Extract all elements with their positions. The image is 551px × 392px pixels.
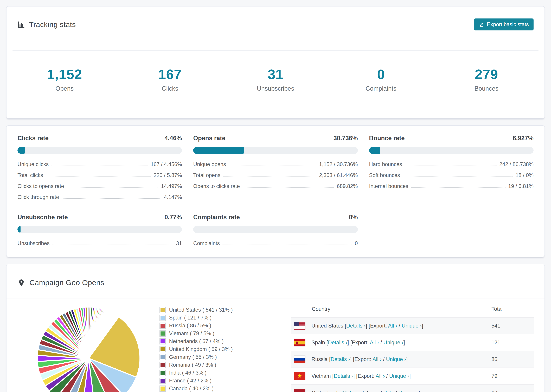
legend-item[interactable]: Romania ( 49 / 3% ) — [160, 361, 291, 369]
complaints-rate-title: Complaints rate — [193, 214, 240, 221]
rate-detail-value: 31 — [176, 240, 182, 246]
legend-label: United Kingdom ( 59 / 3% ) — [169, 346, 233, 352]
rate-detail-label: Clicks to opens rate — [17, 183, 64, 189]
page: Tracking stats Export basic stats 1,152 … — [0, 0, 551, 392]
legend-item[interactable]: Canada ( 40 / 2% ) — [160, 385, 291, 392]
legend-item[interactable]: Germany ( 55 / 3% ) — [160, 353, 291, 361]
legend-swatch-icon — [160, 315, 166, 321]
unsubscribes-label: Unsubscribes — [225, 85, 326, 92]
geo-table-row: Netherlands [Details ›] [Export: All › /… — [291, 384, 534, 392]
dotted-leader — [51, 166, 148, 166]
rate-detail-row: Hard bounces 242 / 86.738% — [369, 159, 534, 170]
geo-table-header: Country Total — [291, 301, 534, 317]
details-link[interactable]: Details › — [346, 323, 366, 329]
bounce-rate-title: Bounce rate — [369, 135, 405, 142]
unsubscribe-rate-progressbar — [17, 226, 182, 233]
export-all-link[interactable]: All › — [388, 323, 397, 329]
us-flag-icon — [294, 322, 305, 329]
export-unique-link[interactable]: Unique › — [383, 339, 403, 345]
country-total: 67 — [491, 390, 534, 392]
rate-detail-label: Hard bounces — [369, 161, 402, 168]
details-link[interactable]: Details › — [343, 390, 362, 392]
geo-table: Country Total United States [Details ›] … — [291, 298, 534, 392]
complaints-rate-panel: Complaints rate 0% Complaints 0 — [193, 214, 358, 249]
rate-detail-value: 14.497% — [161, 183, 182, 189]
clicks-rate-progressbar — [17, 147, 182, 154]
complaints-rate-progressbar — [193, 226, 358, 233]
total-column-header: Total — [491, 306, 534, 312]
legend-item[interactable]: United Kingdom ( 59 / 3% ) — [160, 345, 291, 353]
export-all-link[interactable]: All › — [370, 339, 379, 345]
rate-detail-row: Clicks to opens rate 14.497% — [17, 181, 182, 192]
dotted-leader — [223, 176, 316, 177]
country-name: United States — [311, 323, 343, 329]
legend-label: Romania ( 49 / 3% ) — [169, 362, 216, 368]
legend-item[interactable]: Vietnam ( 79 / 5% ) — [160, 329, 291, 337]
export-unique-link[interactable]: Unique › — [398, 390, 418, 392]
rate-detail-label: Unique clicks — [17, 161, 49, 168]
export-all-link[interactable]: All › — [376, 373, 385, 379]
country-column-header: Country — [312, 306, 491, 312]
rate-detail-value: 19 / 6.81% — [508, 183, 534, 189]
dotted-leader — [243, 188, 334, 188]
rate-detail-label: Soft bounces — [369, 172, 400, 178]
legend-label: Vietnam ( 79 / 5% ) — [169, 330, 214, 336]
dotted-leader — [403, 176, 513, 177]
legend-swatch-icon — [160, 307, 166, 313]
export-basic-stats-button[interactable]: Export basic stats — [474, 19, 534, 30]
rate-detail-row: Internal bounces 19 / 6.81% — [369, 181, 534, 192]
bounce-rate-panel: Bounce rate 6.927% Hard bounces 242 / 86… — [369, 135, 534, 203]
complaints-label: Complaints — [330, 85, 432, 92]
rate-detail-row: Unique clicks 167 / 4.456% — [17, 159, 182, 170]
page-title: Tracking stats — [29, 20, 76, 29]
export-all-link[interactable]: All › — [385, 390, 394, 392]
legend-label: India ( 46 / 3% ) — [169, 370, 206, 376]
export-unique-link[interactable]: Unique › — [389, 373, 409, 379]
export-unique-link[interactable]: Unique › — [402, 323, 422, 329]
geo-table-row: Spain [Details ›] [Export: All › / Uniqu… — [291, 334, 534, 351]
legend-swatch-icon — [160, 362, 166, 368]
legend-label: United States ( 541 / 31% ) — [169, 307, 233, 313]
country-name: Russia — [311, 356, 328, 362]
legend-item[interactable]: India ( 46 / 3% ) — [160, 369, 291, 377]
legend-label: Netherlands ( 67 / 4% ) — [169, 338, 224, 344]
export-all-link[interactable]: All › — [373, 356, 381, 362]
map-pin-icon — [17, 279, 25, 287]
summary-unsubscribes: 31 Unsubscribes — [223, 51, 328, 108]
details-link[interactable]: Details › — [331, 356, 350, 362]
rate-detail-row: Complaints 0 — [193, 238, 358, 249]
country-total: 86 — [491, 356, 534, 362]
geo-header: Campaign Geo Opens — [7, 264, 544, 298]
rate-detail-label: Complaints — [193, 240, 220, 246]
complaints-count: 0 — [330, 67, 432, 82]
legend-item[interactable]: Spain ( 121 / 7% ) — [160, 314, 291, 322]
legend-item[interactable]: Russia ( 86 / 5% ) — [160, 322, 291, 329]
rate-detail-value: 689.82% — [337, 183, 358, 189]
rate-detail-row: Total opens 2,303 / 61.446% — [193, 170, 358, 181]
summary-bounces: 279 Bounces — [434, 51, 539, 108]
details-link[interactable]: Details › — [328, 339, 347, 345]
details-link[interactable]: Details › — [334, 373, 353, 379]
legend-label: Russia ( 86 / 5% ) — [169, 322, 211, 329]
legend-swatch-icon — [160, 378, 166, 384]
country-total: 121 — [491, 339, 534, 346]
legend-item[interactable]: France ( 42 / 2% ) — [160, 377, 291, 385]
country-total: 541 — [491, 323, 534, 329]
legend-swatch-icon — [160, 322, 166, 329]
opens-count: 1,152 — [14, 67, 115, 82]
export-unique-link[interactable]: Unique › — [386, 356, 406, 362]
legend-item[interactable]: United States ( 541 / 31% ) — [160, 306, 291, 314]
geo-pie-chart[interactable] — [17, 298, 160, 392]
pie-chart-svg[interactable] — [34, 304, 143, 392]
rate-detail-row: Opens to clicks rate 689.82% — [193, 181, 358, 192]
legend-swatch-icon — [160, 338, 166, 344]
legend-item[interactable]: Netherlands ( 67 / 4% ) — [160, 337, 291, 345]
unsubscribe-rate-panel: Unsubscribe rate 0.77% Unsubscribes 31 — [17, 214, 182, 249]
dotted-leader — [222, 245, 352, 245]
country-name: Spain — [311, 339, 325, 345]
legend-swatch-icon — [160, 385, 166, 392]
rate-detail-value: 242 / 86.738% — [499, 161, 534, 168]
opens-rate-panel: Opens rate 30.736% Unique opens 1,152 / … — [193, 135, 358, 203]
clicks-rate-title: Clicks rate — [17, 135, 49, 142]
es-flag-icon — [294, 339, 305, 346]
